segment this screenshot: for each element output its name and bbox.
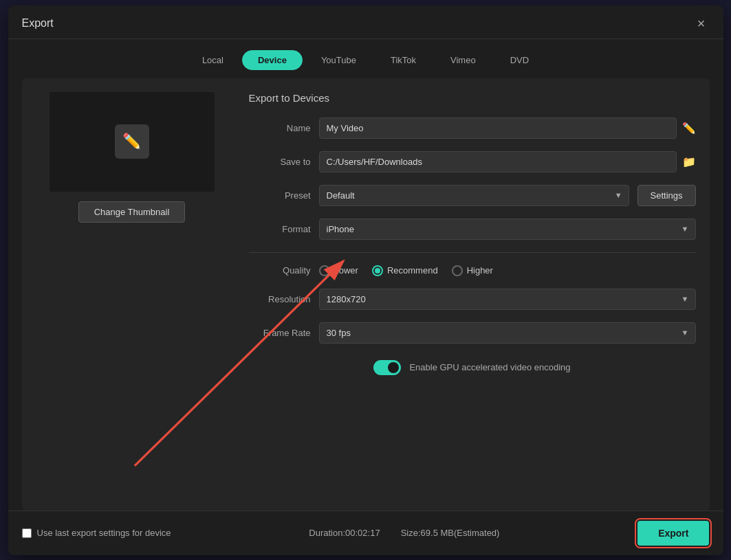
toggle-knob (388, 362, 399, 373)
quality-recommend-label: Recommend (387, 265, 438, 276)
divider (249, 252, 696, 253)
thumbnail-icon: ✏️ (115, 124, 149, 159)
save-to-input[interactable] (319, 151, 677, 172)
export-button[interactable]: Export (637, 521, 709, 546)
thumbnail-preview: ✏️ (50, 92, 215, 192)
name-input[interactable] (319, 117, 677, 139)
use-last-settings-label: Use last export settings for device (37, 528, 171, 538)
size-label: Size:69.5 MB(Estimated) (401, 528, 500, 538)
tab-dvd[interactable]: DVD (494, 50, 545, 70)
gpu-row: Enable GPU accelerated video encoding (249, 360, 696, 375)
quality-higher-radio[interactable] (452, 265, 463, 276)
gpu-toggle[interactable] (373, 360, 401, 375)
quality-recommend-option[interactable]: Recommend (372, 265, 438, 276)
frame-rate-select-wrap: 30 fps ▼ (319, 322, 696, 344)
preset-row: Preset Default ▼ Settings (249, 185, 696, 206)
frame-rate-label: Frame Rate (249, 328, 311, 338)
quality-lower-option[interactable]: Lower (319, 265, 358, 276)
tab-local[interactable]: Local (186, 50, 239, 70)
close-button[interactable]: × (693, 15, 710, 32)
dialog-title: Export (22, 17, 54, 30)
quality-label: Quality (249, 265, 311, 276)
use-last-settings-checkbox[interactable] (22, 528, 32, 538)
quality-higher-label: Higher (467, 265, 493, 276)
resolution-row: Resolution 1280x720 ▼ (249, 289, 696, 310)
quality-recommend-radio[interactable] (372, 265, 383, 276)
quality-higher-option[interactable]: Higher (452, 265, 493, 276)
frame-rate-select[interactable]: 30 fps (319, 322, 696, 344)
format-select-wrap: iPhone ▼ (319, 219, 696, 240)
section-title: Export to Devices (249, 92, 696, 104)
format-label: Format (249, 224, 311, 234)
quality-row: Quality Lower Recommend Higher (249, 265, 696, 276)
save-to-input-group: 📁 (319, 151, 696, 172)
quality-lower-radio[interactable] (319, 265, 330, 276)
gpu-label: Enable GPU accelerated video encoding (409, 362, 570, 372)
change-thumbnail-button[interactable]: Change Thumbnail (78, 201, 186, 223)
format-select[interactable]: iPhone (319, 219, 696, 240)
settings-button[interactable]: Settings (637, 185, 696, 206)
quality-lower-label: Lower (334, 265, 358, 276)
save-to-row: Save to 📁 (249, 151, 696, 172)
main-content: ✏️ Change Thumbnail Export to Devices Na… (22, 78, 710, 511)
title-bar: Export × (8, 5, 723, 39)
resolution-select-wrap: 1280x720 ▼ (319, 289, 696, 310)
left-panel: ✏️ Change Thumbnail (36, 92, 228, 497)
name-label: Name (249, 123, 311, 133)
tab-vimeo[interactable]: Vimeo (435, 50, 492, 70)
duration-label: Duration:00:02:17 (309, 528, 380, 538)
preset-select[interactable]: Default (319, 185, 629, 206)
ai-icon[interactable]: ✏️ (682, 122, 696, 135)
export-dialog: Export × Local Device YouTube TikTok Vim… (8, 5, 723, 555)
tab-bar: Local Device YouTube TikTok Vimeo DVD (8, 39, 723, 78)
footer-left: Use last export settings for device (22, 528, 171, 538)
frame-rate-row: Frame Rate 30 fps ▼ (249, 322, 696, 344)
tab-device[interactable]: Device (242, 50, 303, 70)
preset-label: Preset (249, 190, 311, 201)
name-row: Name ✏️ (249, 117, 696, 139)
name-input-group: ✏️ (319, 117, 696, 139)
tab-youtube[interactable]: YouTube (305, 50, 372, 70)
right-panel: Export to Devices Name ✏️ Save to 📁 Pr (249, 92, 696, 497)
resolution-label: Resolution (249, 294, 311, 304)
folder-icon[interactable]: 📁 (682, 155, 696, 168)
preset-select-wrap: Default ▼ (319, 185, 629, 206)
footer: Use last export settings for device Dura… (8, 511, 723, 555)
tab-tiktok[interactable]: TikTok (375, 50, 432, 70)
resolution-select[interactable]: 1280x720 (319, 289, 696, 310)
format-row: Format iPhone ▼ (249, 219, 696, 240)
footer-center: Duration:00:02:17 Size:69.5 MB(Estimated… (309, 528, 499, 538)
quality-options: Lower Recommend Higher (319, 265, 493, 276)
save-to-label: Save to (249, 157, 311, 167)
